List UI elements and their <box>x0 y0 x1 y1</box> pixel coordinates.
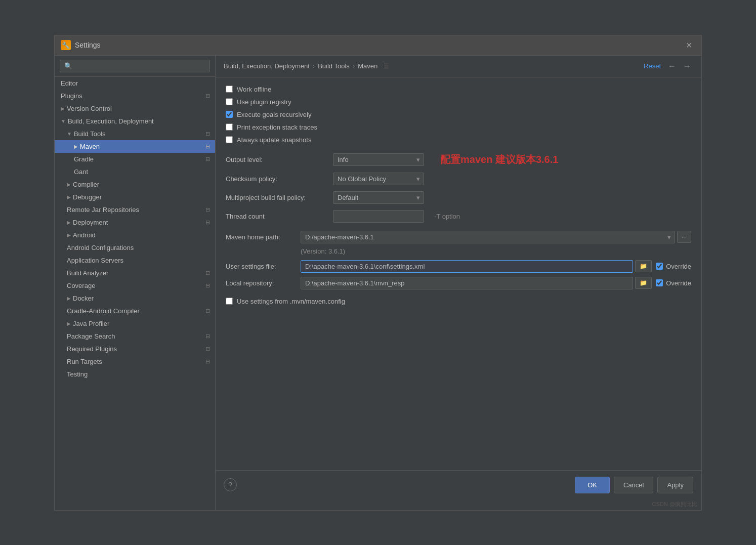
sidebar-item-label: Gradle-Android Compiler <box>67 307 205 315</box>
sidebar-item-label: Run Targets <box>67 358 205 365</box>
sidebar-item-build-tools[interactable]: ▼ Build Tools ⊟ <box>55 128 215 140</box>
main-content: Build, Execution, Deployment › Build Too… <box>216 56 701 510</box>
ok-button[interactable]: OK <box>575 477 610 493</box>
checksum-policy-row: Checksum policy: No Global Policy Strict… <box>226 173 691 185</box>
multiproject-policy-dropdown-wrapper: Default Fail Fast Fail Never Fail At End <box>333 191 424 204</box>
sidebar-items: Editor Plugins ⊟ ▶ Version Control ▼ Bui… <box>55 77 215 510</box>
help-button[interactable]: ? <box>224 478 237 491</box>
sidebar-item-build-exec-deploy[interactable]: ▼ Build, Execution, Deployment <box>55 115 215 128</box>
sidebar-item-deployment[interactable]: ▶ Deployment ⊟ <box>55 216 215 229</box>
checksum-policy-select[interactable]: No Global Policy Strict Lax <box>333 173 424 185</box>
sidebar-item-required-plugins[interactable]: Required Plugins ⊟ <box>55 343 215 355</box>
maven-version-text: (Version: 3.6.1) <box>226 247 691 255</box>
plugin-registry-checkbox[interactable] <box>226 98 233 105</box>
sidebar-item-docker[interactable]: ▶ Docker <box>55 292 215 305</box>
local-repo-input[interactable] <box>301 277 633 289</box>
sidebar-item-gradle[interactable]: Gradle ⊟ <box>55 153 215 165</box>
settings-icon: ⊟ <box>205 333 210 340</box>
sidebar-item-maven[interactable]: ▶ Maven ⊟ <box>55 140 215 153</box>
sidebar-item-run-targets[interactable]: Run Targets ⊟ <box>55 355 215 368</box>
sidebar-item-plugins[interactable]: Plugins ⊟ <box>55 90 215 102</box>
output-level-control: Debug Info Warn Error <box>333 153 424 166</box>
sidebar-item-android[interactable]: ▶ Android <box>55 229 215 241</box>
user-settings-row: User settings file: 📁 Override <box>226 260 691 273</box>
always-update-checkbox[interactable] <box>226 136 233 143</box>
maven-home-input-wrapper: ··· <box>301 231 691 243</box>
settings-dialog: 🔧 Settings ✕ Editor Plugins ⊟ <box>54 35 702 511</box>
sidebar-item-label: Build, Execution, Deployment <box>68 117 210 125</box>
maven-home-browse-button[interactable]: ··· <box>677 231 691 243</box>
nav-back-button[interactable]: ← <box>666 61 678 72</box>
sidebar-item-label: Java Profiler <box>73 320 210 327</box>
sidebar-item-android-configs[interactable]: Android Configurations <box>55 241 215 254</box>
search-input[interactable] <box>60 60 210 72</box>
sidebar-item-label: Docker <box>73 295 210 302</box>
search-box <box>55 56 215 77</box>
sidebar-item-editor[interactable]: Editor <box>55 77 215 90</box>
sidebar-item-gradle-android[interactable]: Gradle-Android Compiler ⊟ <box>55 305 215 317</box>
checkbox-work-offline-row: Work offline <box>226 86 691 93</box>
sidebar-item-version-control[interactable]: ▶ Version Control <box>55 102 215 115</box>
annotation-text: 配置maven 建议版本3.6.1 <box>440 153 558 166</box>
checkbox-print-exception-row: Print exception stack traces <box>226 123 691 131</box>
plugin-registry-label[interactable]: Use plugin registry <box>237 98 291 106</box>
sidebar-item-compiler[interactable]: ▶ Compiler <box>55 178 215 191</box>
use-settings-label[interactable]: Use settings from .mvn/maven.config <box>237 298 345 305</box>
settings-icon: ⊟ <box>205 219 210 226</box>
output-level-select[interactable]: Debug Info Warn Error <box>333 153 424 166</box>
execute-goals-label[interactable]: Execute goals recursively <box>237 111 311 118</box>
breadcrumb-menu-icon[interactable]: ☰ <box>384 63 389 70</box>
breadcrumb: Build, Execution, Deployment › Build Too… <box>224 62 642 70</box>
user-settings-input[interactable] <box>301 260 633 273</box>
sidebar-item-package-search[interactable]: Package Search ⊟ <box>55 330 215 343</box>
user-settings-browse-button[interactable]: 📁 <box>635 260 652 272</box>
print-exception-label[interactable]: Print exception stack traces <box>237 123 317 131</box>
expand-arrow-icon: ▶ <box>61 106 65 111</box>
sidebar-item-gant[interactable]: Gant <box>55 165 215 178</box>
nav-forward-button[interactable]: → <box>681 61 693 72</box>
sidebar-item-label: Application Servers <box>67 257 210 264</box>
reset-button[interactable]: Reset <box>642 61 663 71</box>
sidebar-item-label: Build Analyzer <box>67 269 205 277</box>
user-settings-override: Override <box>656 263 691 270</box>
thread-count-label: Thread count <box>226 213 327 220</box>
work-offline-label[interactable]: Work offline <box>237 86 271 93</box>
dialog-title: Settings <box>75 41 101 49</box>
cancel-button[interactable]: Cancel <box>614 477 653 493</box>
sidebar-item-label: Testing <box>67 370 210 378</box>
user-settings-override-checkbox[interactable] <box>656 263 663 270</box>
local-repo-override-label[interactable]: Override <box>666 279 691 287</box>
execute-goals-checkbox[interactable] <box>226 111 233 118</box>
checkbox-use-settings-row: Use settings from .mvn/maven.config <box>226 298 691 305</box>
sidebar-item-label: Compiler <box>73 181 210 188</box>
thread-count-input[interactable] <box>333 210 424 223</box>
local-repo-browse-button[interactable]: 📁 <box>635 277 652 289</box>
print-exception-checkbox[interactable] <box>226 123 233 131</box>
sidebar-item-java-profiler[interactable]: ▶ Java Profiler <box>55 317 215 330</box>
multiproject-policy-select[interactable]: Default Fail Fast Fail Never Fail At End <box>333 191 424 204</box>
work-offline-checkbox[interactable] <box>226 86 233 93</box>
local-repo-override: Override <box>656 279 691 287</box>
sidebar-item-debugger[interactable]: ▶ Debugger <box>55 191 215 203</box>
sidebar-item-build-analyzer[interactable]: Build Analyzer ⊟ <box>55 267 215 279</box>
sidebar-item-testing[interactable]: Testing <box>55 368 215 381</box>
sidebar-item-coverage[interactable]: Coverage ⊟ <box>55 279 215 292</box>
nav-buttons: Reset ← → <box>642 61 693 72</box>
use-settings-checkbox[interactable] <box>226 298 233 305</box>
local-repo-override-checkbox[interactable] <box>656 279 663 286</box>
maven-home-input[interactable] <box>301 231 675 243</box>
breadcrumb-bar: Build, Execution, Deployment › Build Too… <box>216 56 701 77</box>
always-update-label[interactable]: Always update snapshots <box>237 136 311 144</box>
sidebar-item-remote-jar[interactable]: Remote Jar Repositories ⊟ <box>55 203 215 216</box>
sidebar-item-app-servers[interactable]: Application Servers <box>55 254 215 267</box>
settings-panel: Work offline Use plugin registry Execute… <box>216 77 701 470</box>
checksum-policy-dropdown-wrapper: No Global Policy Strict Lax <box>333 173 424 185</box>
expand-arrow-icon: ▶ <box>67 296 71 301</box>
apply-button[interactable]: Apply <box>657 477 693 493</box>
settings-icon: ⊟ <box>205 93 210 99</box>
close-button[interactable]: ✕ <box>683 39 695 51</box>
user-settings-override-label[interactable]: Override <box>666 263 691 270</box>
multiproject-policy-label: Multiproject build fail policy: <box>226 194 327 201</box>
checkbox-execute-goals-row: Execute goals recursively <box>226 111 691 118</box>
sidebar-item-label: Remote Jar Repositories <box>67 206 205 214</box>
